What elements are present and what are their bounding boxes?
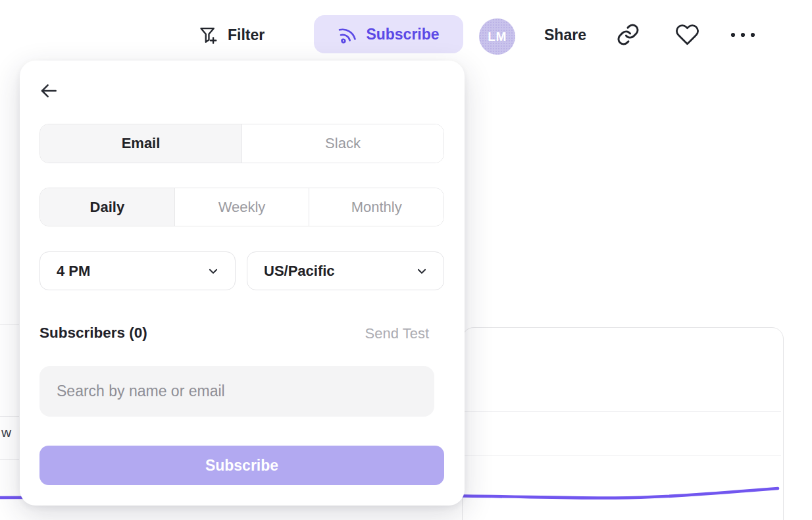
- share-button[interactable]: Share: [544, 22, 586, 48]
- tab-weekly-label: Weekly: [218, 199, 266, 216]
- more-options-button[interactable]: [729, 26, 757, 43]
- favorite-button[interactable]: [675, 22, 699, 47]
- heart-icon: [675, 22, 699, 47]
- time-select-value: 4 PM: [57, 263, 90, 280]
- filter-icon: [197, 24, 219, 46]
- ellipsis-icon: [729, 26, 757, 43]
- tab-monthly-label: Monthly: [351, 199, 402, 216]
- tab-slack-label: Slack: [325, 135, 361, 152]
- back-button[interactable]: [38, 80, 59, 101]
- user-avatar[interactable]: LM: [479, 18, 515, 55]
- tab-email[interactable]: Email: [40, 124, 241, 163]
- subscribe-button[interactable]: Subscribe: [314, 15, 463, 53]
- modal-subscribe-button[interactable]: Subscribe: [39, 446, 444, 485]
- tab-daily[interactable]: Daily: [40, 188, 174, 226]
- chevron-down-icon: [415, 264, 429, 278]
- rss-icon: [338, 24, 357, 44]
- create-subscription-modal: Create a Subscription Email Slack Daily …: [20, 61, 465, 506]
- avatar-initials: LM: [488, 30, 506, 44]
- timezone-select[interactable]: US/Pacific: [247, 251, 444, 290]
- filter-button[interactable]: Filter: [197, 22, 265, 48]
- subscriber-search-input[interactable]: [39, 366, 434, 417]
- back-arrow-icon: [38, 80, 59, 101]
- send-test-button[interactable]: Send Test: [365, 325, 429, 342]
- tab-monthly[interactable]: Monthly: [309, 188, 444, 226]
- time-select[interactable]: 4 PM: [39, 251, 236, 290]
- subscribers-count-label: Subscribers (0): [39, 325, 147, 342]
- subscribe-label: Subscribe: [366, 26, 439, 43]
- link-icon: [616, 22, 640, 47]
- channel-tabs: Email Slack: [39, 124, 444, 163]
- tab-slack[interactable]: Slack: [241, 124, 444, 163]
- filter-label: Filter: [228, 26, 265, 44]
- tab-weekly[interactable]: Weekly: [174, 188, 309, 226]
- timezone-select-value: US/Pacific: [264, 263, 335, 280]
- copy-link-button[interactable]: [616, 22, 640, 47]
- tab-daily-label: Daily: [90, 199, 125, 216]
- tab-email-label: Email: [122, 135, 161, 152]
- share-label: Share: [544, 26, 586, 44]
- frequency-tabs: Daily Weekly Monthly: [39, 188, 444, 226]
- chevron-down-icon: [206, 264, 220, 278]
